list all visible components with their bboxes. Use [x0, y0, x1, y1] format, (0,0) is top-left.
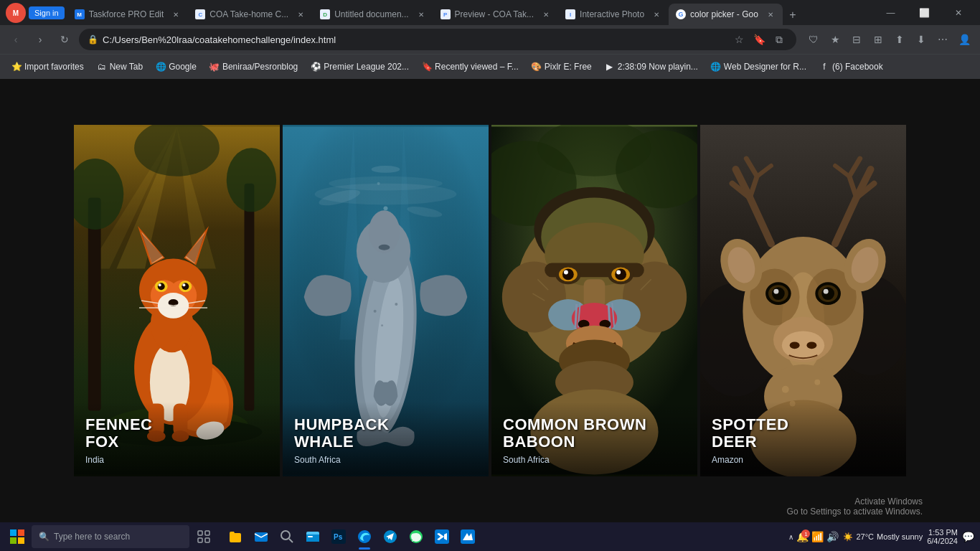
- share-icon[interactable]: ⬆: [890, 29, 910, 50]
- telegram-app[interactable]: [379, 525, 402, 548]
- bookmark-google[interactable]: 🌐 Google: [150, 59, 202, 75]
- card-overlay: COMMON BROWN BABOON South Africa: [491, 402, 697, 476]
- up-arrow-icon[interactable]: ∧: [788, 533, 793, 541]
- extension-icon[interactable]: 🔖: [750, 31, 768, 48]
- title-bar: M Sign in M Taskforce PRO Edit ✕ C COA T…: [0, 0, 980, 25]
- sign-in-button[interactable]: Sign in: [29, 6, 65, 19]
- edge-app[interactable]: [353, 525, 376, 548]
- tab-label: Interactive Photo: [580, 9, 644, 19]
- address-input[interactable]: 🔒 C:/Users/Ben%20lraa/coatakehomechallen…: [79, 29, 796, 50]
- bookmark-beniraa[interactable]: 🐙 Beniraa/Pesronblog: [204, 59, 303, 75]
- svg-point-126: [782, 386, 789, 393]
- bookmarks-bar: ⭐ Import favorites 🗂 New Tab 🌐 Google 🐙 …: [0, 54, 980, 79]
- taskbar-apps: Ps: [224, 525, 780, 548]
- reload-button[interactable]: ↻: [55, 29, 75, 50]
- tab-color-picker[interactable]: G color picker - Goo ✕: [669, 4, 783, 25]
- svg-point-81: [615, 268, 626, 280]
- bookmark-pixlr[interactable]: 🎨 Pixlr E: Free: [526, 59, 598, 75]
- svg-point-116: [772, 287, 785, 300]
- svg-point-58: [379, 245, 390, 250]
- svg-rect-133: [198, 531, 202, 535]
- close-icon[interactable]: ✕: [171, 9, 181, 19]
- tab-label: color picker - Goo: [690, 9, 758, 19]
- photoshop-app[interactable]: Ps: [327, 525, 350, 548]
- svg-point-29: [182, 283, 189, 290]
- tab-label: Taskforce PRO Edit: [89, 9, 164, 19]
- maximize-button[interactable]: ⬜: [908, 0, 941, 25]
- animal-card-baboon[interactable]: COMMON BROWN BABOON South Africa: [491, 125, 697, 476]
- animal-card-whale[interactable]: HUMPBACK WHALE South Africa: [283, 125, 489, 476]
- mail-app[interactable]: [250, 525, 273, 548]
- sound-icon[interactable]: 🔊: [826, 531, 839, 542]
- tab-coa[interactable]: C COA Take-home C... ✕: [188, 4, 313, 25]
- date-display: 6/4/2024: [927, 537, 958, 545]
- wifi-icon[interactable]: 📶: [811, 531, 824, 542]
- activate-windows-notice: Activate Windows Go to Settings to activ…: [787, 496, 923, 517]
- profile-edge-icon[interactable]: 👤: [954, 29, 974, 50]
- close-icon[interactable]: ✕: [765, 9, 776, 19]
- svg-rect-134: [205, 531, 209, 535]
- tab-label: COA Take-home C...: [209, 9, 288, 19]
- close-icon[interactable]: ✕: [651, 9, 661, 19]
- azure-app[interactable]: [456, 525, 479, 548]
- bookmark-premier-league[interactable]: ⚽ Premier League 202...: [305, 59, 415, 75]
- svg-point-80: [562, 268, 574, 280]
- address-text: C:/Users/Ben%20lraa/coatakehomechallenge…: [103, 34, 726, 45]
- star-icon[interactable]: ☆: [730, 31, 748, 48]
- notification-center-icon[interactable]: 💬: [962, 531, 974, 542]
- bookmark-new-tab[interactable]: 🗂 New Tab: [91, 59, 149, 75]
- bookmark-import-favorites[interactable]: ⭐ Import favorites: [6, 59, 90, 75]
- animal-card-deer[interactable]: SPOTTED DEER Amazon: [700, 125, 906, 476]
- tab-taskforce[interactable]: M Taskforce PRO Edit ✕: [67, 4, 189, 25]
- svg-point-83: [616, 270, 621, 274]
- file-manager-app[interactable]: [301, 525, 324, 548]
- svg-point-64: [372, 166, 400, 173]
- settings-more-icon[interactable]: ⋯: [933, 29, 953, 50]
- close-button[interactable]: ✕: [942, 0, 974, 25]
- tray-icons: ∧ 🔔 1 📶 🔊: [788, 531, 839, 542]
- svg-point-59: [374, 310, 377, 313]
- card-location: South Africa: [503, 455, 686, 465]
- svg-rect-136: [205, 538, 209, 542]
- collections-icon[interactable]: ⧉: [771, 31, 788, 48]
- taskbar-search[interactable]: 🔍 Type here to search: [32, 525, 189, 548]
- tab-untitled[interactable]: D Untitled documen... ✕: [313, 4, 433, 25]
- favorites-icon[interactable]: ★: [825, 29, 845, 50]
- minimize-button[interactable]: —: [875, 0, 907, 25]
- workspaces-icon[interactable]: ⊞: [868, 29, 888, 50]
- forward-button[interactable]: ›: [30, 29, 50, 50]
- tab-preview[interactable]: P Preview - COA Tak... ✕: [433, 4, 558, 25]
- split-screen-icon[interactable]: ⊟: [847, 29, 867, 50]
- svg-point-117: [821, 287, 834, 300]
- tab-interactive[interactable]: I Interactive Photo ✕: [558, 4, 669, 25]
- time-display: 1:53 PM: [927, 528, 958, 537]
- bookmark-recently-viewed[interactable]: 🔖 Recently viewed – F...: [416, 59, 524, 75]
- start-button[interactable]: [6, 525, 29, 548]
- card-title: FENNEC FOX: [85, 416, 268, 451]
- browser-essentials-icon[interactable]: 🛡: [804, 29, 824, 50]
- svg-rect-6: [88, 198, 101, 411]
- file-explorer-app[interactable]: [224, 525, 247, 548]
- whatsapp-app[interactable]: [405, 525, 428, 548]
- close-icon[interactable]: ✕: [541, 9, 551, 19]
- card-overlay: FENNEC FOX India: [74, 402, 280, 476]
- animal-card-fox[interactable]: FENNEC FOX India: [74, 125, 280, 476]
- svg-rect-7: [245, 184, 255, 411]
- svg-point-60: [395, 303, 397, 306]
- bookmark-facebook[interactable]: f (6) Facebook: [814, 59, 889, 75]
- notification-icon[interactable]: 🔔 1: [796, 531, 809, 542]
- profile-icon[interactable]: M: [6, 3, 26, 23]
- close-icon[interactable]: ✕: [296, 9, 306, 19]
- new-tab-button[interactable]: +: [783, 5, 803, 25]
- lock-icon: 🔒: [88, 34, 98, 44]
- bookmark-youtube[interactable]: ▶ 2:38:09 Now playin...: [599, 59, 704, 75]
- task-view-button[interactable]: [192, 525, 215, 548]
- search-app[interactable]: [275, 525, 298, 548]
- back-button[interactable]: ‹: [6, 29, 26, 50]
- close-icon[interactable]: ✕: [416, 9, 426, 19]
- downloads-icon[interactable]: ⬇: [911, 29, 931, 50]
- tab-label: Preview - COA Tak...: [455, 9, 534, 19]
- datetime-display[interactable]: 1:53 PM 6/4/2024: [927, 528, 958, 545]
- vscode-app[interactable]: [430, 525, 453, 548]
- bookmark-web-designer[interactable]: 🌐 Web Designer for R...: [705, 59, 812, 75]
